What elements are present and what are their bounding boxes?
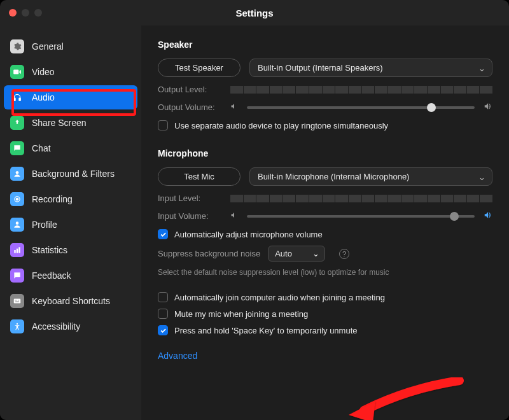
sidebar-item-label: Audio	[32, 92, 55, 102]
sidebar-item-label: General	[32, 41, 64, 52]
titlebar: Settings	[0, 0, 509, 25]
close-window-button[interactable]	[9, 9, 17, 17]
speaker-low-icon	[230, 211, 238, 221]
input-level-label: Input Level:	[158, 193, 221, 203]
sidebar-item-label: Video	[32, 67, 55, 77]
speaker-heading: Speaker	[158, 39, 492, 50]
input-volume-label: Input Volume:	[158, 211, 221, 221]
slider-thumb[interactable]	[450, 212, 459, 221]
slider-thumb[interactable]	[427, 103, 436, 112]
speaker-high-icon	[484, 211, 492, 221]
suppress-noise-select[interactable]: Auto ⌄	[268, 246, 325, 262]
svg-rect-6	[14, 250, 15, 253]
sidebar-item-general[interactable]: General	[4, 34, 137, 59]
sidebar: General Video Audio Share Screen	[0, 25, 141, 420]
separate-audio-label: Use separate audio device to play ringto…	[174, 121, 388, 130]
sidebar-item-label: Profile	[32, 220, 57, 230]
arrow-annotation	[345, 375, 472, 420]
sidebar-item-share-screen[interactable]: Share Screen	[4, 111, 137, 135]
output-level-label: Output Level:	[158, 85, 221, 94]
background-icon	[10, 167, 24, 181]
svg-rect-1	[19, 98, 20, 101]
zoom-window-button[interactable]	[34, 9, 42, 17]
output-volume-label: Output Volume:	[158, 102, 221, 112]
sidebar-item-accessibility[interactable]: Accessibility	[4, 314, 137, 339]
help-icon[interactable]: ?	[339, 249, 349, 259]
svg-rect-10	[15, 300, 16, 300]
mic-device-select[interactable]: Built-in Microphone (Internal Microphone…	[249, 167, 492, 186]
space-unmute-label: Press and hold 'Space Key' to temporaril…	[174, 326, 358, 335]
separate-audio-checkbox[interactable]	[158, 120, 168, 130]
svg-point-4	[16, 198, 18, 200]
auto-join-audio-checkbox[interactable]	[158, 292, 168, 302]
svg-marker-15	[349, 401, 375, 420]
chevron-down-icon: ⌄	[312, 249, 319, 258]
sidebar-item-label: Keyboard Shortcuts	[32, 296, 110, 306]
chevron-down-icon: ⌄	[478, 63, 485, 73]
sidebar-item-label: Recording	[32, 194, 73, 204]
feedback-icon	[10, 269, 24, 283]
sidebar-item-label: Accessibility	[32, 321, 80, 332]
mic-device-value: Built-in Microphone (Internal Microphone…	[258, 172, 409, 181]
sidebar-item-label: Feedback	[32, 270, 71, 281]
mute-on-join-label: Mute my mic when joining a meeting	[174, 309, 308, 319]
speaker-high-icon	[484, 102, 492, 113]
advanced-link[interactable]: Advanced	[158, 351, 492, 361]
chat-icon	[10, 141, 24, 155]
auto-adjust-label: Automatically adjust microphone volume	[174, 230, 323, 239]
sidebar-item-recording[interactable]: Recording	[4, 187, 137, 211]
video-icon	[10, 65, 24, 79]
sidebar-item-video[interactable]: Video	[4, 60, 137, 84]
statistics-icon	[10, 243, 24, 257]
sidebar-item-label: Share Screen	[32, 118, 87, 128]
input-volume-slider[interactable]	[247, 215, 475, 218]
svg-rect-7	[17, 249, 18, 253]
speaker-device-value: Built-in Output (Internal Speakers)	[258, 63, 383, 73]
sidebar-item-profile[interactable]: Profile	[4, 213, 137, 237]
suppress-noise-value: Auto	[275, 249, 292, 258]
svg-rect-11	[17, 300, 17, 300]
chevron-down-icon: ⌄	[478, 172, 485, 181]
sidebar-item-chat[interactable]: Chat	[4, 136, 137, 160]
keyboard-icon	[10, 294, 24, 308]
gear-icon	[10, 39, 24, 53]
window-controls	[9, 9, 42, 17]
profile-icon	[10, 218, 24, 232]
test-mic-button[interactable]: Test Mic	[158, 167, 241, 186]
sidebar-item-label: Chat	[32, 143, 51, 153]
test-speaker-button[interactable]: Test Speaker	[158, 59, 241, 77]
microphone-heading: Microphone	[158, 148, 492, 158]
headphones-icon	[10, 90, 24, 104]
suppress-noise-label: Suppress background noise	[158, 249, 260, 258]
sidebar-item-feedback[interactable]: Feedback	[4, 263, 137, 288]
window-title: Settings	[0, 8, 509, 18]
speaker-low-icon	[230, 102, 238, 112]
sidebar-item-background-filters[interactable]: Background & Filters	[4, 162, 137, 186]
svg-point-2	[16, 171, 19, 174]
minimize-window-button[interactable]	[22, 9, 29, 17]
sidebar-item-audio[interactable]: Audio	[4, 85, 137, 109]
sidebar-item-statistics[interactable]: Statistics	[4, 238, 137, 262]
settings-window: Settings General Video Audio	[0, 0, 509, 420]
suppress-noise-hint: Select the default noise suppression lev…	[158, 268, 492, 277]
svg-rect-9	[14, 299, 21, 304]
content-pane: Speaker Test Speaker Built-in Output (In…	[141, 25, 509, 420]
auto-adjust-checkbox[interactable]	[158, 229, 168, 239]
sidebar-item-keyboard-shortcuts[interactable]: Keyboard Shortcuts	[4, 289, 137, 313]
accessibility-icon	[10, 319, 24, 333]
svg-point-14	[17, 323, 18, 325]
share-screen-icon	[10, 116, 24, 130]
space-unmute-checkbox[interactable]	[158, 325, 168, 335]
svg-point-5	[16, 221, 19, 225]
svg-rect-13	[15, 302, 19, 302]
svg-rect-0	[14, 98, 15, 101]
output-volume-slider[interactable]	[247, 106, 475, 109]
svg-rect-8	[18, 247, 20, 253]
speaker-device-select[interactable]: Built-in Output (Internal Speakers) ⌄	[249, 59, 492, 77]
sidebar-item-label: Statistics	[32, 245, 67, 255]
auto-join-audio-label: Automatically join computer audio when j…	[174, 293, 385, 302]
mute-on-join-checkbox[interactable]	[158, 309, 168, 319]
input-level-meter	[230, 195, 492, 202]
recording-icon	[10, 192, 24, 206]
svg-rect-12	[18, 300, 18, 300]
